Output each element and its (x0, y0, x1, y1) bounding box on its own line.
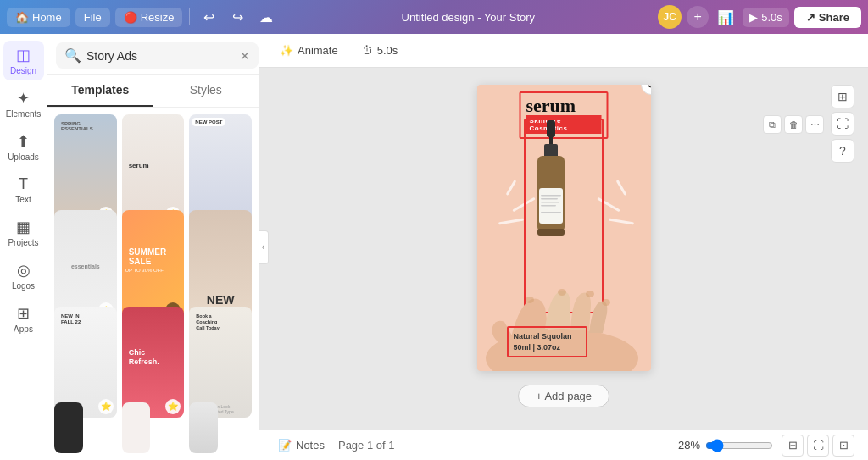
template-item[interactable]: Book aCoachingCall Today New LookUpdated… (189, 307, 252, 418)
home-button[interactable]: 🏠 Home (7, 8, 70, 27)
canvas-page[interactable]: serum Skincare Cosmetics (477, 85, 651, 371)
template-item[interactable]: NEW (189, 210, 252, 321)
animate-button[interactable]: ✨ Animate (273, 41, 345, 60)
left-panel: 🔍 ✕ ⚙ Templates Styles SPRINGESSENTIALS … (47, 34, 259, 460)
svg-rect-0 (547, 120, 555, 137)
template-label: essentials (68, 259, 103, 272)
duration-button[interactable]: ⏱ 5.0s (355, 41, 405, 60)
deco-line-6 (608, 218, 633, 224)
apps-icon: ⊞ (17, 304, 30, 323)
template-item[interactable]: serum SKINCARE ⭐ (122, 114, 185, 225)
page-copy-button[interactable]: ⧉ (763, 115, 782, 134)
svg-point-12 (526, 297, 534, 303)
template-label: NEW INFALL 22 (58, 310, 84, 330)
zoom-fit-button[interactable]: ⊞ (831, 85, 854, 108)
template-label: ChicRefresh. (125, 345, 163, 370)
template-item[interactable]: SUMMERSALE UP TO 30% OFF ▶ (122, 210, 185, 321)
template-label: Book aCoachingCall Today (192, 310, 222, 335)
bottom-bar: 📝 Notes Page 1 of 1 28% ⊟ ⛶ ⊡ (259, 430, 868, 460)
zoom-control: 28% (678, 439, 773, 452)
collapse-panel-button[interactable]: ‹ (259, 230, 269, 264)
sidebar-item-elements[interactable]: ✦ Elements (3, 84, 44, 124)
notes-button[interactable]: 📝 Notes (273, 436, 330, 454)
svg-rect-10 (537, 229, 565, 236)
tab-styles[interactable]: Styles (153, 75, 259, 107)
sidebar-item-design[interactable]: ◫ Design (3, 41, 44, 80)
template-item[interactable]: SPRINGESSENTIALS ⭐ (54, 114, 117, 225)
view-buttons: ⊟ ⛶ ⊡ (782, 435, 854, 457)
search-icon: 🔍 (64, 47, 81, 64)
template-item[interactable] (189, 402, 218, 453)
page-delete-button[interactable]: 🗑 (784, 115, 803, 134)
canvas-toolbar: ✨ Animate ⏱ 5.0s (259, 34, 868, 68)
elements-icon: ✦ (17, 89, 30, 108)
product-desc-selection[interactable]: Natural Squolan 50ml | 3.07oz (507, 326, 587, 357)
present-button[interactable]: ⊡ (832, 435, 854, 457)
template-item[interactable] (54, 402, 83, 453)
cloud-button[interactable]: ☁ (254, 5, 278, 29)
svg-rect-9 (541, 212, 561, 213)
svg-rect-8 (541, 205, 556, 207)
zoom-slider[interactable] (705, 439, 773, 452)
resize-button[interactable]: 🔴 Resize (115, 8, 183, 27)
product-desc-line2: 50ml | 3.07oz (514, 342, 581, 353)
svg-rect-5 (541, 195, 561, 197)
svg-rect-2 (544, 144, 558, 158)
undo-button[interactable]: ↩ (197, 5, 220, 29)
canvas-scroll[interactable]: ⧉ 🗑 ⋯ serum Skincare Cosmetics (259, 68, 868, 430)
add-page-button[interactable]: + Add page (518, 385, 609, 407)
refresh-button[interactable]: ↺ (641, 85, 651, 95)
sidebar-item-text[interactable]: T Text (3, 170, 44, 209)
page-more-button[interactable]: ⋯ (805, 115, 824, 134)
template-item[interactable]: ChicRefresh. ⭐ (122, 307, 185, 418)
sidebar-item-apps[interactable]: ⊞ Apps (3, 299, 44, 339)
page-controls: ⧉ 🗑 ⋯ (763, 115, 824, 134)
svg-point-15 (602, 299, 610, 306)
topbar-right: JC + 📊 ▶ 5.0s ↗ Share (658, 5, 861, 29)
plus-button[interactable]: + (687, 6, 709, 28)
clock-icon: ⏱ (362, 44, 373, 57)
zoom-value: 28% (678, 439, 700, 452)
play-timer-button[interactable]: ▶ 5.0s (743, 8, 789, 27)
home-icon: 🏠 (15, 11, 29, 24)
template-item[interactable]: NEW POST (189, 114, 252, 225)
deco-line-3 (498, 218, 523, 224)
play-icon: ▶ (749, 11, 758, 24)
search-input-wrap: 🔍 ✕ (56, 42, 259, 69)
sidebar-item-uploads[interactable]: ⬆ Uploads (3, 127, 44, 167)
avatar-button[interactable]: JC (658, 5, 682, 29)
notes-icon: 📝 (278, 439, 292, 452)
sidebar-item-projects[interactable]: ▦ Projects (3, 213, 44, 252)
icon-sidebar: ◫ Design ✦ Elements ⬆ Uploads T Text ▦ P… (0, 34, 47, 460)
design-icon: ◫ (16, 46, 31, 64)
analytics-icon[interactable]: 📊 (714, 5, 737, 29)
logos-icon: ◎ (17, 261, 31, 280)
template-item[interactable]: NEW INFALL 22 ⭐ (54, 307, 117, 418)
file-button[interactable]: File (75, 8, 110, 27)
divider (189, 8, 190, 25)
template-badge-4: ⭐ (98, 399, 114, 414)
fullscreen-button[interactable]: ⛶ (807, 435, 829, 457)
tab-templates[interactable]: Templates (47, 75, 153, 107)
bottle-svg (526, 120, 576, 247)
text-icon: T (19, 175, 28, 193)
template-item[interactable] (122, 402, 151, 453)
templates-grid: SPRINGESSENTIALS ⭐ serum SKINCARE ⭐ NEW … (47, 108, 259, 460)
panel-tabs: Templates Styles (47, 75, 259, 108)
search-clear-button[interactable]: ✕ (240, 49, 250, 63)
topbar-center: Untitled design - Your Story (283, 11, 653, 24)
search-input[interactable] (86, 49, 235, 63)
redo-button[interactable]: ↪ (225, 5, 249, 29)
share-button[interactable]: ↗ Share (794, 7, 861, 28)
add-page-bar: + Add page (513, 380, 615, 413)
sidebar-item-logos[interactable]: ◎ Logos (3, 256, 44, 296)
grid-view-button[interactable]: ⊟ (782, 435, 804, 457)
template-item[interactable]: essentials ⭐ (54, 210, 117, 321)
zoom-expand-button[interactable]: ⛶ (831, 112, 854, 136)
topbar: 🏠 Home File 🔴 Resize ↩ ↪ ☁ Untitled desi… (0, 0, 868, 34)
zoom-help-button[interactable]: ? (831, 139, 854, 163)
animate-icon: ✨ (280, 44, 293, 57)
product-desc-line1: Natural Squolan (514, 331, 581, 342)
template-badge-5: ⭐ (165, 399, 181, 414)
template-label: SPRINGESSENTIALS (58, 118, 97, 135)
